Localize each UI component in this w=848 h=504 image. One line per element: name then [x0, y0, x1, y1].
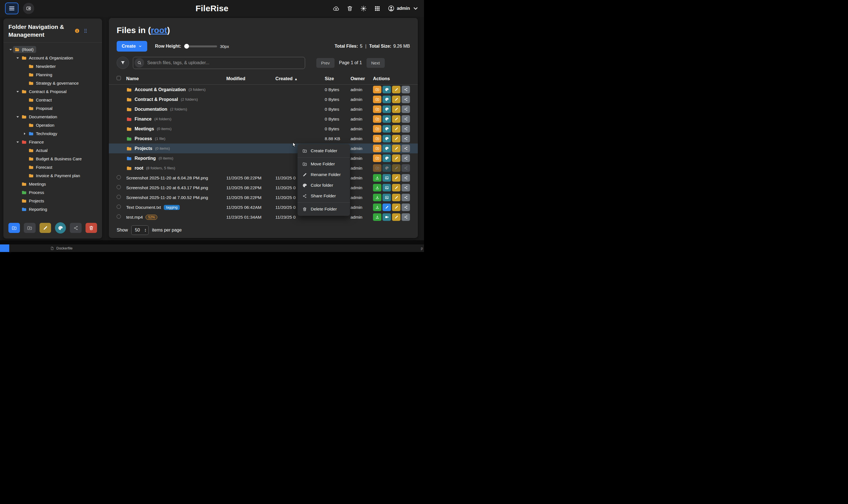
apps-grid-button[interactable]: [374, 5, 381, 12]
caret-down-icon[interactable]: [8, 47, 13, 52]
tree-item-finance[interactable]: Finance: [5, 138, 100, 146]
folder-row-root[interactable]: root(8 folders, 5 files)admin: [109, 163, 418, 173]
share-folder-button[interactable]: [402, 125, 410, 132]
tree-item-proposal[interactable]: Proposal: [5, 104, 100, 113]
delete-folder-button[interactable]: [86, 223, 97, 233]
caret-down-icon[interactable]: [15, 140, 20, 144]
color-folder-button[interactable]: [383, 164, 391, 172]
folder-row-meetings[interactable]: Meetings(0 items)0 Bytesadmin: [109, 124, 418, 134]
share-folder-button[interactable]: [402, 115, 410, 123]
tree-item-newsletter[interactable]: Newsletter: [5, 62, 100, 71]
select-all-checkbox[interactable]: [117, 76, 121, 80]
tree-item-budget-business-care[interactable]: Budget & Business Care: [5, 155, 100, 163]
slider-knob[interactable]: [184, 44, 189, 49]
share-folder-button[interactable]: [402, 164, 410, 172]
color-folder-button[interactable]: [383, 105, 391, 113]
create-subfolder-button[interactable]: [373, 95, 382, 103]
download-file-button[interactable]: [373, 174, 382, 182]
edit-file-button[interactable]: [383, 203, 391, 211]
rename-file-button[interactable]: [392, 174, 401, 182]
context-menu-item-color-folder[interactable]: Color folder: [298, 180, 350, 191]
drag-handle[interactable]: [83, 28, 88, 34]
folder-row-documentation[interactable]: Documentation(2 folders)0 Bytesadmin: [109, 104, 418, 114]
tree-item-account-organization[interactable]: Account & Organization: [5, 54, 100, 62]
folder-row-account-organization[interactable]: Account & Organization(3 folders)0 Bytes…: [109, 85, 418, 94]
color-folder-button[interactable]: [383, 145, 391, 152]
folder-row-contract-proposal[interactable]: Contract & Proposal(2 folders)0 Bytesadm…: [109, 94, 418, 104]
tree-item-strategy-governance[interactable]: Strategy & governance: [5, 79, 100, 88]
rename-folder-button[interactable]: [392, 115, 401, 123]
rename-folder-button[interactable]: [392, 145, 401, 152]
tree-item-planning[interactable]: Planning: [5, 71, 100, 79]
share-file-button[interactable]: [402, 203, 410, 211]
create-subfolder-button[interactable]: [373, 145, 382, 152]
row-checkbox[interactable]: [117, 214, 121, 219]
file-row-screenshot-2025-11-20-at-7-00-52-pm-png[interactable]: Screenshot 2025-11-20 at 7.00.52 PM.png1…: [109, 193, 418, 202]
move-folder-button[interactable]: [24, 223, 35, 233]
folder-row-process[interactable]: Process(1 file)8.88 KBadmin: [109, 134, 418, 144]
rename-folder-button[interactable]: [392, 125, 401, 132]
share-folder-button[interactable]: [402, 86, 410, 93]
tree-item-operation[interactable]: Operation: [5, 121, 100, 129]
rename-file-button[interactable]: [392, 213, 401, 221]
row-checkbox[interactable]: [117, 205, 121, 209]
tree-item-contract[interactable]: Contract: [5, 96, 100, 104]
rename-folder-button[interactable]: [392, 105, 401, 113]
context-menu-item-create-folder[interactable]: Create Folder: [298, 145, 350, 156]
share-folder-button[interactable]: [402, 95, 410, 103]
rename-file-button[interactable]: [392, 194, 401, 201]
color-folder-button[interactable]: [383, 95, 391, 103]
column-modified-header[interactable]: Modified: [226, 76, 276, 81]
column-name-header[interactable]: Name: [126, 76, 226, 81]
tree-item-root[interactable]: (Root): [5, 46, 100, 54]
share-folder-button[interactable]: [402, 145, 410, 152]
file-row-screenshot-2025-11-20-at-6-43-17-pm-png[interactable]: Screenshot 2025-11-20 at 6.43.17 PM.png1…: [109, 183, 418, 193]
share-folder-button[interactable]: [70, 223, 81, 233]
download-file-button[interactable]: [373, 213, 382, 221]
create-subfolder-button[interactable]: [373, 105, 382, 113]
column-created-header[interactable]: Created▲: [276, 76, 325, 81]
info-button[interactable]: [74, 28, 80, 34]
color-folder-button[interactable]: [383, 115, 391, 123]
caret-right-icon[interactable]: [22, 131, 27, 136]
color-folder-button[interactable]: [383, 135, 391, 142]
upload-button[interactable]: [333, 5, 339, 12]
download-file-button[interactable]: [373, 203, 382, 211]
share-file-button[interactable]: [402, 184, 410, 192]
row-checkbox[interactable]: [117, 185, 121, 189]
create-subfolder-button[interactable]: [373, 125, 382, 132]
root-folder-link[interactable]: root: [151, 25, 167, 35]
file-row-text-document-txt[interactable]: Text Document.txttagging11/20/25 06:42AM…: [109, 202, 418, 212]
create-subfolder-button[interactable]: [373, 86, 382, 93]
download-file-button[interactable]: [373, 194, 382, 201]
tree-item-technology[interactable]: Technology: [5, 129, 100, 138]
tree-item-reporting[interactable]: Reporting: [5, 205, 100, 214]
column-size-header[interactable]: Size: [325, 76, 351, 81]
file-row-screenshot-2025-11-20-at-6-04-28-pm-png[interactable]: Screenshot 2025-11-20 at 6.04.28 PM.png1…: [109, 173, 418, 183]
row-height-slider[interactable]: [184, 46, 217, 47]
folder-row-projects[interactable]: Projects(0 items)0 Bytesadmin: [109, 144, 418, 153]
create-subfolder-button[interactable]: [373, 115, 382, 123]
rename-folder-button[interactable]: [392, 95, 401, 103]
create-subfolder-button[interactable]: [373, 135, 382, 142]
create-button[interactable]: Create: [117, 41, 147, 52]
rename-folder-button[interactable]: [392, 135, 401, 142]
tree-item-meetings[interactable]: Meetings: [5, 180, 100, 188]
next-page-button[interactable]: Next: [367, 58, 385, 68]
row-checkbox[interactable]: [117, 175, 121, 179]
folder-row-reporting[interactable]: Reporting(0 items)admin: [109, 153, 418, 163]
context-menu-item-move-folder[interactable]: Move Folder: [298, 159, 350, 169]
color-folder-button[interactable]: [383, 155, 391, 162]
rename-folder-button[interactable]: [392, 155, 401, 162]
download-file-button[interactable]: [373, 184, 382, 192]
tree-item-invoice-payment-plan[interactable]: Invoice & Payment plan: [5, 172, 100, 180]
share-folder-button[interactable]: [402, 135, 410, 142]
caret-down-icon[interactable]: [15, 115, 20, 119]
sidebar-toggle-button[interactable]: [5, 2, 18, 14]
tree-item-contract-proposal[interactable]: Contract & Proposal: [5, 88, 100, 96]
layout-toggle-button[interactable]: [23, 3, 34, 14]
share-file-button[interactable]: [402, 174, 410, 182]
context-menu-item-share-folder[interactable]: Share Folder: [298, 191, 350, 201]
create-subfolder-button[interactable]: [373, 164, 382, 172]
share-file-button[interactable]: [402, 194, 410, 201]
